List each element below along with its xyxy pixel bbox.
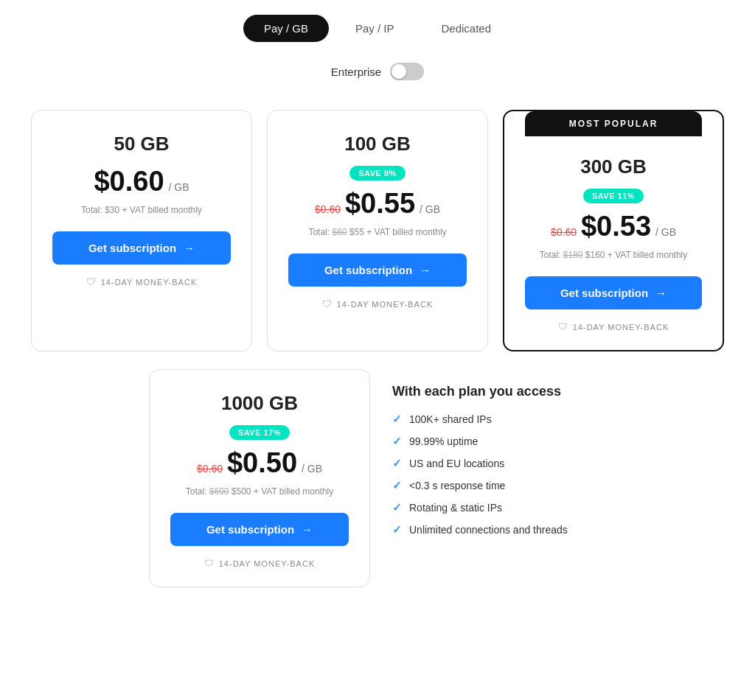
price-unit: / GB <box>302 463 322 475</box>
feature-label: US and EU locations <box>409 458 504 469</box>
feature-item: ✓ US and EU locations <box>392 457 606 470</box>
price-old: $0.60 <box>197 463 223 475</box>
plan-card-100gb: 100 GB SAVE 8% $0.60 $0.55 / GB Total: $… <box>267 110 488 351</box>
check-icon: ✓ <box>392 413 402 426</box>
feature-item: ✓ Rotating & static IPs <box>392 501 606 514</box>
price-row: $0.60 $0.50 / GB <box>197 447 322 479</box>
money-back-1000gb: 🛡 14-DAY MONEY-BACK <box>204 558 316 569</box>
save-badge: SAVE 17% <box>229 425 290 440</box>
shield-icon: 🛡 <box>558 321 568 332</box>
feature-label: Rotating & static IPs <box>409 502 502 514</box>
tab-bar: Pay / GB Pay / IP Dedicated <box>29 15 726 42</box>
shield-icon: 🛡 <box>86 276 97 287</box>
feature-item: ✓ <0.3 s response time <box>392 479 606 492</box>
enterprise-label: Enterprise <box>331 66 381 78</box>
bottom-section: 1000 GB SAVE 17% $0.60 $0.50 / GB Total:… <box>29 369 726 587</box>
total-text: Total: $180 $160 + VAT billed monthly <box>540 250 687 260</box>
subscribe-button-300gb[interactable]: Get subscription → <box>525 276 702 309</box>
feature-label: Unlimited connections and threads <box>409 524 568 536</box>
feature-label: <0.3 s response time <box>409 480 505 491</box>
feature-label: 99.99% uptime <box>409 435 478 447</box>
tab-pay-gb[interactable]: Pay / GB <box>243 15 329 42</box>
features-title: With each plan you access <box>392 384 606 399</box>
check-icon: ✓ <box>392 479 402 492</box>
price-unit: / GB <box>169 181 189 193</box>
plan-card-300gb: MOST POPULAR 300 GB SAVE 11% $0.60 $0.53… <box>503 110 724 351</box>
save-badge: SAVE 8% <box>349 166 406 181</box>
plan-gb: 1000 GB <box>221 392 298 415</box>
tab-dedicated[interactable]: Dedicated <box>421 15 512 42</box>
plan-gb: 50 GB <box>114 133 169 155</box>
price-old: $0.60 <box>551 226 577 238</box>
enterprise-row: Enterprise <box>29 63 726 80</box>
subscribe-button-1000gb[interactable]: Get subscription → <box>170 513 349 546</box>
top-cards: 50 GB $0.60 / GB Total: $30 + VAT billed… <box>29 110 726 351</box>
shield-icon: 🛡 <box>204 558 215 569</box>
enterprise-toggle[interactable] <box>390 63 424 80</box>
shield-icon: 🛡 <box>322 298 333 309</box>
feature-item: ✓ 99.99% uptime <box>392 435 606 448</box>
plan-card-50gb: 50 GB $0.60 / GB Total: $30 + VAT billed… <box>31 110 252 351</box>
toggle-knob <box>392 64 406 79</box>
plan-card-1000gb: 1000 GB SAVE 17% $0.60 $0.50 / GB Total:… <box>149 369 370 587</box>
most-popular-banner: MOST POPULAR <box>525 111 702 136</box>
subscribe-button-50gb[interactable]: Get subscription → <box>52 231 231 265</box>
feature-label: 100K+ shared IPs <box>409 413 492 425</box>
check-icon: ✓ <box>392 523 402 536</box>
price-row: $0.60 $0.55 / GB <box>315 188 440 220</box>
feature-item: ✓ 100K+ shared IPs <box>392 413 606 426</box>
total-text: Total: $600 $500 + VAT billed monthly <box>186 486 333 497</box>
total-text: Total: $30 + VAT billed monthly <box>81 205 202 215</box>
check-icon: ✓ <box>392 501 402 514</box>
plan-gb: 300 GB <box>580 155 647 178</box>
price-old: $0.60 <box>315 203 341 215</box>
features-box: With each plan you access ✓ 100K+ shared… <box>385 369 606 545</box>
total-text: Total: $60 $55 + VAT billed monthly <box>308 227 446 237</box>
money-back-100gb: 🛡 14-DAY MONEY-BACK <box>322 298 434 309</box>
check-icon: ✓ <box>392 435 402 448</box>
plan-gb: 100 GB <box>344 133 411 155</box>
price-main: $0.60 <box>94 166 164 197</box>
subscribe-button-100gb[interactable]: Get subscription → <box>288 253 467 287</box>
price-main: $0.50 <box>227 447 297 479</box>
check-icon: ✓ <box>392 457 402 470</box>
price-row: $0.60 / GB <box>94 166 189 197</box>
money-back-300gb: 🛡 14-DAY MONEY-BACK <box>558 321 669 332</box>
price-unit: / GB <box>655 226 676 238</box>
price-main: $0.53 <box>581 211 651 242</box>
save-badge: SAVE 11% <box>583 189 644 203</box>
price-unit: / GB <box>420 203 440 215</box>
money-back-50gb: 🛡 14-DAY MONEY-BACK <box>86 276 198 287</box>
price-row: $0.60 $0.53 / GB <box>551 211 676 242</box>
feature-item: ✓ Unlimited connections and threads <box>392 523 606 536</box>
price-main: $0.55 <box>345 188 415 220</box>
tab-pay-ip[interactable]: Pay / IP <box>335 15 415 42</box>
